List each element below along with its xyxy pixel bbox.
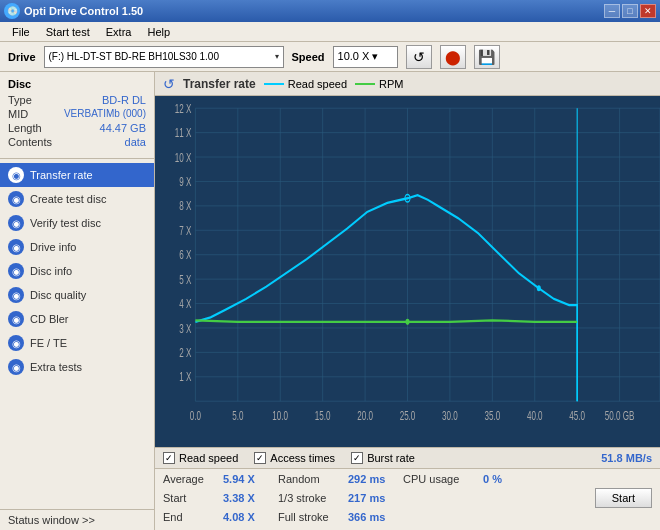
legend-rpm-label: RPM <box>379 78 403 90</box>
svg-text:5.0: 5.0 <box>232 409 243 422</box>
stats-row-1: Average 5.94 X Random 292 ms CPU usage 0… <box>163 473 652 485</box>
sidebar-item-cd-bler[interactable]: ◉ CD Bler <box>0 307 154 331</box>
checkbox-burst-rate[interactable]: ✓ Burst rate <box>351 452 415 464</box>
nav-items: ◉ Transfer rate ◉ Create test disc ◉ Ver… <box>0 163 154 379</box>
svg-text:9 X: 9 X <box>179 175 191 188</box>
sidebar-bottom: Status window >> <box>0 509 154 530</box>
disc-contents-row: Contents data <box>8 136 146 148</box>
svg-text:12 X: 12 X <box>175 102 192 115</box>
svg-point-52 <box>405 319 409 325</box>
title-bar-left: 💿 Opti Drive Control 1.50 <box>4 3 143 19</box>
sidebar-divider-1 <box>0 158 154 159</box>
svg-text:11 X: 11 X <box>175 127 192 140</box>
disc-contents-value: data <box>125 136 146 148</box>
disc-type-label: Type <box>8 94 32 106</box>
extra-tests-icon: ◉ <box>8 359 24 375</box>
stat-1stroke-value: 217 ms <box>348 492 403 504</box>
sidebar-item-disc-quality[interactable]: ◉ Disc quality <box>0 283 154 307</box>
svg-text:0.0: 0.0 <box>190 409 201 422</box>
sidebar-item-transfer-rate[interactable]: ◉ Transfer rate <box>0 163 154 187</box>
speed-select[interactable]: 10.0 X ▾ <box>333 46 398 68</box>
maximize-button[interactable]: □ <box>622 4 638 18</box>
sidebar-item-fe-te[interactable]: ◉ FE / TE <box>0 331 154 355</box>
app-title: Opti Drive Control 1.50 <box>24 5 143 17</box>
disc-mid-row: MID VERBATIMb (000) <box>8 108 146 120</box>
drive-label: Drive <box>8 51 36 63</box>
stat-random-label: Random <box>278 473 348 485</box>
svg-text:35.0: 35.0 <box>484 409 500 422</box>
stat-end-value: 4.08 X <box>223 511 278 523</box>
menu-extra[interactable]: Extra <box>98 24 140 40</box>
sidebar: Disc Type BD-R DL MID VERBATIMb (000) Le… <box>0 72 155 530</box>
sidebar-item-label: Transfer rate <box>30 169 93 181</box>
svg-text:4 X: 4 X <box>179 298 191 311</box>
svg-text:40.0: 40.0 <box>527 409 543 422</box>
menu-file[interactable]: File <box>4 24 38 40</box>
disc-length-row: Length 44.47 GB <box>8 122 146 134</box>
disc-info-icon: ◉ <box>8 263 24 279</box>
svg-text:25.0: 25.0 <box>400 409 416 422</box>
menu-help[interactable]: Help <box>139 24 178 40</box>
transfer-rate-icon: ◉ <box>8 167 24 183</box>
svg-text:10.0: 10.0 <box>272 409 288 422</box>
app-icon: 💿 <box>4 3 20 19</box>
start-button[interactable]: Start <box>595 488 652 508</box>
checkbox-read-speed-label: Read speed <box>179 452 238 464</box>
minimize-button[interactable]: ─ <box>604 4 620 18</box>
sidebar-item-label: Verify test disc <box>30 217 101 229</box>
sidebar-item-label: Extra tests <box>30 361 82 373</box>
svg-text:8 X: 8 X <box>179 200 191 213</box>
svg-text:50.0 GB: 50.0 GB <box>605 409 635 422</box>
sidebar-item-create-test-disc[interactable]: ◉ Create test disc <box>0 187 154 211</box>
checkbox-burst-rate-label: Burst rate <box>367 452 415 464</box>
save-button[interactable]: 💾 <box>474 45 500 69</box>
chart-title: Transfer rate <box>183 77 256 91</box>
checkbox-access-times[interactable]: ✓ Access times <box>254 452 335 464</box>
stop-button[interactable]: ⬤ <box>440 45 466 69</box>
disc-type-value: BD-R DL <box>102 94 146 106</box>
disc-type-row: Type BD-R DL <box>8 94 146 106</box>
stat-cpu-label: CPU usage <box>403 473 483 485</box>
speed-label: Speed <box>292 51 325 63</box>
sidebar-item-drive-info[interactable]: ◉ Drive info <box>0 235 154 259</box>
disc-quality-icon: ◉ <box>8 287 24 303</box>
svg-text:2 X: 2 X <box>179 346 191 359</box>
stat-1stroke-label: 1/3 stroke <box>278 492 348 504</box>
legend-rpm-color <box>355 83 375 85</box>
menu-start-test[interactable]: Start test <box>38 24 98 40</box>
verify-test-disc-icon: ◉ <box>8 215 24 231</box>
checkbox-read-speed-box[interactable]: ✓ <box>163 452 175 464</box>
stat-average-label: Average <box>163 473 223 485</box>
sidebar-item-label: CD Bler <box>30 313 69 325</box>
checkbox-read-speed[interactable]: ✓ Read speed <box>163 452 238 464</box>
checkbox-access-times-box[interactable]: ✓ <box>254 452 266 464</box>
status-window-button[interactable]: Status window >> <box>0 509 154 530</box>
refresh-button[interactable]: ↺ <box>406 45 432 69</box>
disc-contents-label: Contents <box>8 136 52 148</box>
drive-dropdown-arrow: ▾ <box>275 52 279 61</box>
legend-read-speed: Read speed <box>264 78 347 90</box>
svg-text:6 X: 6 X <box>179 249 191 262</box>
stats-row-2: Start 3.38 X 1/3 stroke 217 ms Start <box>163 488 652 508</box>
create-test-disc-icon: ◉ <box>8 191 24 207</box>
svg-text:45.0: 45.0 <box>569 409 585 422</box>
svg-point-51 <box>537 285 541 291</box>
drive-select[interactable]: (F:) HL-DT-ST BD-RE BH10LS30 1.00 ▾ <box>44 46 284 68</box>
checkbox-burst-rate-box[interactable]: ✓ <box>351 452 363 464</box>
disc-length-label: Length <box>8 122 42 134</box>
disc-length-value: 44.47 GB <box>100 122 146 134</box>
sidebar-item-verify-test-disc[interactable]: ◉ Verify test disc <box>0 211 154 235</box>
svg-text:1 X: 1 X <box>179 371 191 384</box>
menu-bar: File Start test Extra Help <box>0 22 660 42</box>
sidebar-item-extra-tests[interactable]: ◉ Extra tests <box>0 355 154 379</box>
content-area: ↺ Transfer rate Read speed RPM <box>155 72 660 530</box>
close-button[interactable]: ✕ <box>640 4 656 18</box>
refresh-chart-icon: ↺ <box>163 76 175 92</box>
drive-bar: Drive (F:) HL-DT-ST BD-RE BH10LS30 1.00 … <box>0 42 660 72</box>
stat-fullstroke-value: 366 ms <box>348 511 403 523</box>
stat-start-label: Start <box>163 492 223 504</box>
sidebar-item-disc-info[interactable]: ◉ Disc info <box>0 259 154 283</box>
svg-text:3 X: 3 X <box>179 322 191 335</box>
title-bar-buttons[interactable]: ─ □ ✕ <box>604 4 656 18</box>
speed-select-value: 10.0 X ▾ <box>338 50 379 63</box>
